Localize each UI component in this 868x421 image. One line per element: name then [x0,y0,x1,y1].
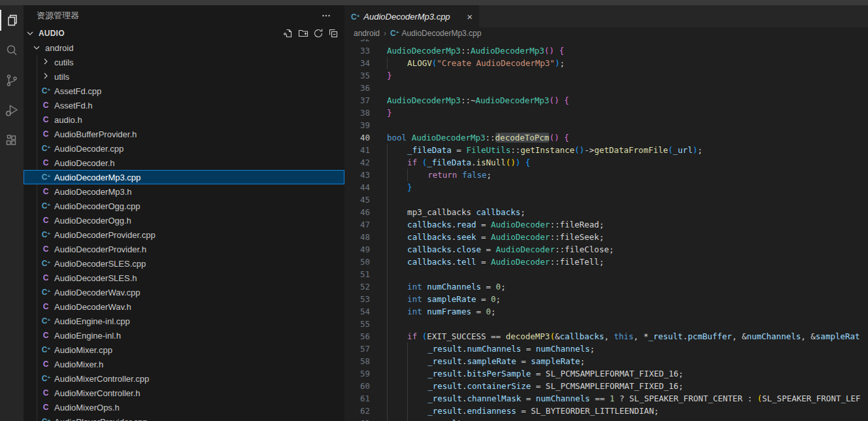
tree-file-AudioDecoderSLES.cpp[interactable]: C+AudioDecoderSLES.cpp [24,256,344,271]
tree-file-AudioMixer.cpp[interactable]: C+AudioMixer.cpp [24,343,344,357]
tree-file-AudioDecoderProvider.cpp[interactable]: C+AudioDecoderProvider.cpp [24,227,344,242]
new-folder-icon[interactable] [297,27,310,40]
tree-file-AudioDecoderWav.h[interactable]: CAudioDecoderWav.h [24,299,344,314]
file-label: android [45,43,73,53]
tree-file-AudioEngine-inl.h[interactable]: CAudioEngine-inl.h [24,328,344,343]
tree-file-AudioMixerOps.h[interactable]: CAudioMixerOps.h [24,400,344,414]
code-line-47[interactable]: 47 callbacks.read = AudioDecoder::fileRe… [344,218,868,231]
tree-file-AudioDecoderOgg.h[interactable]: CAudioDecoderOgg.h [24,213,344,227]
tree-file-AudioDecoderMp3.cpp[interactable]: C+AudioDecoderMp3.cpp [24,170,344,184]
code-line-58[interactable]: 58 _result.sampleRate = sampleRate; [344,355,868,367]
line-content: _fileData = FileUtils::getInstance()->ge… [370,144,703,156]
code-line-32[interactable]: 32 [344,39,868,44]
code-line-61[interactable]: 61 _result.channelMask = numChannels == … [344,392,868,405]
tree-file-AssetFd.h[interactable]: CAssetFd.h [24,98,344,112]
code-line-40[interactable]: 40bool AudioDecoderMp3::decodeToPcm() { [344,131,868,144]
files-icon[interactable] [0,5,24,35]
line-number: 49 [344,243,370,256]
code-line-35[interactable]: 35} [344,69,868,82]
tree-file-AudioDecoder.h[interactable]: CAudioDecoder.h [24,156,344,170]
code-line-44[interactable]: 44 } [344,181,868,194]
code-line-43[interactable]: 43 return false; [344,169,868,181]
code-line-60[interactable]: 60 _result.containerSize = SL_PCMSAMPLEF… [344,380,868,392]
cpp-file-icon: C+ [41,144,51,152]
line-content [370,119,387,131]
code-line-55[interactable]: 55 [344,318,868,330]
section-actions [282,27,344,40]
c-header-file-icon: C [41,360,51,368]
code-line-51[interactable]: 51 [344,268,868,280]
code-line-56[interactable]: 56 if (EXIT_SUCCESS == decodeMP3(&callba… [344,330,868,343]
tree-file-AudioBufferProvider.h[interactable]: CAudioBufferProvider.h [24,127,344,141]
line-content: _result.sampleRate = sampleRate; [370,355,585,367]
line-content: int numChannels = 0; [370,280,506,293]
tree-file-AudioDecoderOgg.cpp[interactable]: C+AudioDecoderOgg.cpp [24,199,344,213]
code-line-52[interactable]: 52 int numChannels = 0; [344,280,868,293]
code-line-38[interactable]: 38} [344,107,868,119]
tree-folder-cutils[interactable]: cutils [24,55,344,69]
code-line-33[interactable]: 33AudioDecoderMp3::AudioDecoderMp3() { [344,44,868,57]
new-file-icon[interactable] [282,27,295,40]
tree-file-AudioDecoderSLES.h[interactable]: CAudioDecoderSLES.h [24,271,344,285]
extensions-icon[interactable] [0,126,24,156]
tree-file-AudioEngine-inl.cpp[interactable]: C+AudioEngine-inl.cpp [24,314,344,328]
line-content: _result.endianness = SL_BYTEORDER_LITTLE… [370,405,659,417]
search-icon[interactable] [0,35,24,65]
close-icon[interactable]: × [467,12,473,22]
run-debug-icon[interactable] [0,95,24,126]
c-header-file-icon: C [41,101,51,109]
code-line-45[interactable]: 45 [344,194,868,206]
tree-file-AudioPlayerProvider.cpp[interactable]: C+AudioPlayerProvider.cpp [24,414,344,421]
c-header-file-icon: C [41,245,51,253]
refresh-icon[interactable] [312,27,325,40]
tree-file-AudioMixerController.h[interactable]: CAudioMixerController.h [24,386,344,400]
tree-file-AudioDecoderProvider.h[interactable]: CAudioDecoderProvider.h [24,242,344,256]
file-label: AudioEngine-inl.h [54,331,121,341]
line-number: 45 [344,194,370,206]
code-line-49[interactable]: 49 callbacks.close = AudioDecoder::fileC… [344,243,868,256]
code-line-54[interactable]: 54 int numFrames = 0; [344,305,868,318]
code-line-36[interactable]: 36 [344,82,868,94]
tab-audiodecodermp3-cpp[interactable]: C+ AudioDecoderMp3.cpp × [344,5,479,27]
code-line-59[interactable]: 59 _result.bitsPerSample = SL_PCMSAMPLEF… [344,367,868,380]
tree-file-AssetFd.cpp[interactable]: C+AssetFd.cpp [24,84,344,98]
tree-folder-utils[interactable]: utils [24,69,344,84]
collapse-all-icon[interactable] [327,27,340,40]
code-line-41[interactable]: 41 _fileData = FileUtils::getInstance()-… [344,144,868,156]
code-line-37[interactable]: 37AudioDecoderMp3::~AudioDecoderMp3() { [344,94,868,107]
breadcrumb-item-android[interactable]: android [354,29,380,38]
source-control-icon[interactable] [0,65,24,95]
line-content [370,318,388,330]
code-line-50[interactable]: 50 callbacks.tell = AudioDecoder::fileTe… [344,256,868,268]
tree-file-AudioDecoder.cpp[interactable]: C+AudioDecoder.cpp [24,141,344,156]
line-number: 48 [344,231,370,243]
file-tree: androidcutilsutilsC+AssetFd.cppCAssetFd.… [24,41,344,421]
code-line-57[interactable]: 57 _result.numChannels = numChannels; [344,343,868,355]
file-label: AudioEngine-inl.cpp [54,316,130,326]
code-line-34[interactable]: 34 ALOGV("Create AudioDecoderMp3"); [344,57,868,69]
section-label: AUDIO [39,29,65,38]
file-label: AudioMixer.h [54,360,103,369]
code-line-39[interactable]: 39 [344,119,868,131]
section-header-audio[interactable]: AUDIO [24,26,344,41]
file-label: AudioDecoderSLES.h [54,273,137,283]
tree-file-AudioMixerController.cpp[interactable]: C+AudioMixerController.cpp [24,371,344,386]
file-label: AudioDecoderProvider.h [54,244,146,254]
code-line-63[interactable]: 63 _result. [344,417,868,421]
code-line-48[interactable]: 48 callbacks.seek = AudioDecoder::fileSe… [344,231,868,243]
code-editor[interactable]: 3233AudioDecoderMp3::AudioDecoderMp3() {… [344,39,868,421]
code-line-46[interactable]: 46 mp3_callbacks callbacks; [344,206,868,218]
code-line-42[interactable]: 42 if (_fileData.isNull()) { [344,156,868,169]
code-line-62[interactable]: 62 _result.endianness = SL_BYTEORDER_LIT… [344,405,868,417]
tree-file-AudioDecoderWav.cpp[interactable]: C+AudioDecoderWav.cpp [24,285,344,299]
tree-file-AudioDecoderMp3.h[interactable]: CAudioDecoderMp3.h [24,184,344,199]
more-actions-icon[interactable] [321,10,331,21]
breadcrumb-item-AudioDecoderMp3.cpp[interactable]: C+AudioDecoderMp3.cpp [390,29,481,38]
tree-file-AudioMixer.h[interactable]: CAudioMixer.h [24,357,344,371]
tree-folder-android[interactable]: android [24,41,344,55]
tree-file-audio.h[interactable]: Caudio.h [24,112,344,127]
cpp-file-icon: C+ [41,375,51,382]
tab-bar: C+ AudioDecoderMp3.cpp × [344,5,868,27]
code-line-53[interactable]: 53 int sampleRate = 0; [344,293,868,305]
line-number: 54 [344,305,370,318]
